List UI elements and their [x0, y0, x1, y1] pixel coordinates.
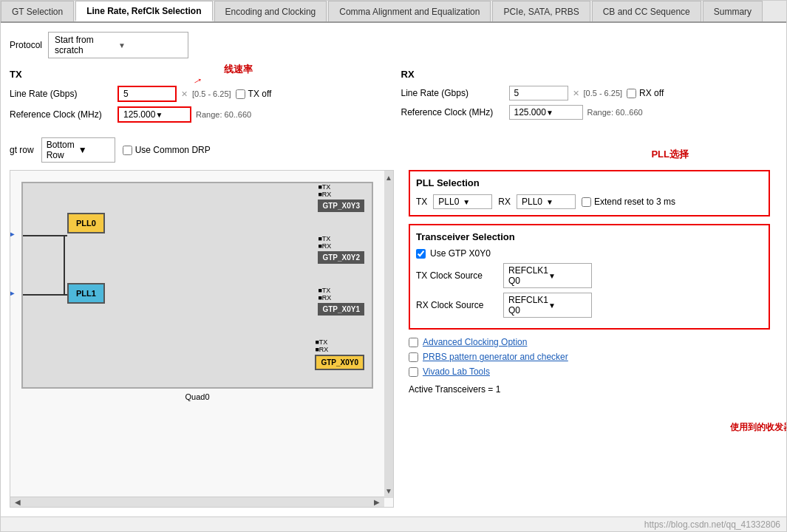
gtp-x0y0-block: GTP_X0Y0 — [315, 355, 364, 370]
tab-summary[interactable]: Summary — [703, 1, 763, 21]
use-gtp-checkbox[interactable] — [416, 249, 426, 259]
scroll-up-arrow[interactable]: ▲ — [385, 174, 392, 182]
vivado-lab-row: Vivado Lab Tools — [409, 366, 770, 377]
active-transceivers: Active Transceivers = 1 — [409, 384, 770, 395]
tab-encoding-clocking[interactable]: Encoding and Clocking — [214, 1, 327, 21]
rx-clock-source-label: RX Clock Source — [416, 300, 497, 310]
gtp-x0y2-group: ■TX ■RX GTP_X0Y2 — [318, 235, 364, 264]
protocol-select[interactable]: Start from scratch ▼ — [48, 32, 188, 58]
diagram-scroll-v[interactable]: ▲ ▼ — [384, 171, 393, 498]
rx-line-rate-range: [0.5 - 6.25] — [584, 89, 623, 98]
diagram-section: ▲ ▼ REFCLK1_Q0 ▶ REFCLK0_ — [10, 170, 777, 508]
advanced-clocking-label[interactable]: Advanced Clocking Option — [423, 337, 527, 347]
protocol-label: Protocol — [10, 40, 42, 50]
vivado-lab-label[interactable]: Vivado Lab Tools — [423, 366, 490, 377]
gtp-x0y1-block: GTP_X0Y1 — [318, 303, 364, 316]
tab-comma-alignment[interactable]: Comma Alignment and Equalization — [328, 1, 491, 21]
use-gtp-row: Use GTP X0Y0 — [416, 248, 763, 259]
gt-row: gt row Bottom Row ▼ Use Common DRP — [10, 137, 777, 163]
rx-off-checkbox[interactable] — [627, 89, 636, 98]
rx-clock-source-row: RX Clock Source REFCLK1 Q0 ▼ — [416, 293, 763, 318]
tx-ref-clock-range: Range: 60..660 — [196, 110, 251, 119]
tx-ref-clock-row: Reference Clock (MHz) 125.000 ▼ Range: 6… — [10, 106, 386, 123]
tx-ref-clock-select[interactable]: 125.000 ▼ — [117, 106, 191, 123]
transceiver-title: Transceiver Selection — [416, 231, 763, 242]
rx-line-rate-input[interactable] — [509, 86, 568, 100]
protocol-row: Protocol Start from scratch ▼ — [10, 32, 777, 58]
tx-line-rate-clear[interactable]: ✕ — [181, 89, 188, 99]
rx-section: RX Line Rate (Gbps) ✕ [0.5 - 6.25] RX of… — [401, 69, 778, 127]
protocol-dropdown-arrow: ▼ — [118, 41, 182, 50]
prbs-label[interactable]: PRBS pattern generator and checker — [423, 352, 568, 362]
tx-clock-source-value: REFCLK1 Q0 — [508, 265, 548, 286]
gtp-x0y3-group: ■TX ■RX GTP_X0Y3 — [318, 183, 364, 212]
extend-reset-label[interactable]: Extend reset to 3 ms — [582, 197, 675, 207]
advanced-clocking-checkbox[interactable] — [409, 338, 418, 347]
tx-ref-clock-arrow: ▼ — [155, 111, 185, 119]
tx-off-checkbox-label[interactable]: TX off — [236, 89, 272, 99]
tx-line-rate-row: Line Rate (Gbps) ✕ [0.5 - 6.25] TX off — [10, 86, 386, 102]
wire-refclk0 — [23, 294, 67, 296]
use-common-drp-text: Use Common DRP — [135, 145, 211, 155]
scroll-right-arrow[interactable]: ▶ — [374, 498, 380, 506]
right-panel: PLL选择 PLL Selection TX PLL0 ▼ RX PLL0 — [401, 170, 777, 508]
scroll-down-arrow[interactable]: ▼ — [385, 487, 392, 495]
rx-ref-clock-row: Reference Clock (MHz) 125.000 ▼ Range: 6… — [401, 105, 778, 120]
advanced-clocking-row: Advanced Clocking Option — [409, 337, 770, 347]
pll-selection-title: PLL Selection — [416, 177, 763, 188]
diagram-inner: REFCLK1_Q0 ▶ REFCLK0_Q0 ▶ — [10, 171, 393, 497]
rx-ref-clock-select[interactable]: 125.000 ▼ — [509, 105, 583, 120]
use-gtp-label: Use GTP X0Y0 — [430, 248, 491, 259]
rx-off-checkbox-label[interactable]: RX off — [627, 88, 664, 98]
wire-refclk1 — [23, 235, 67, 236]
rx-ref-clock-range: Range: 60..660 — [587, 108, 643, 117]
tx-off-checkbox[interactable] — [236, 89, 245, 99]
use-common-drp-label[interactable]: Use Common DRP — [123, 145, 211, 155]
rx-line-rate-clear[interactable]: ✕ — [573, 89, 579, 98]
refclk0-row: REFCLK0_Q0 ▶ — [10, 287, 15, 299]
pll-tx-label: TX — [416, 197, 427, 207]
tab-line-rate[interactable]: Line Rate, RefClk Selection — [75, 1, 212, 21]
refclk1-row: REFCLK1_Q0 ▶ — [10, 228, 15, 239]
pll-rx-select[interactable]: PLL0 ▼ — [517, 194, 576, 209]
gt-row-arrow: ▼ — [78, 145, 110, 155]
bottom-bar: https://blog.csdn.net/qq_41332806 — [1, 516, 786, 531]
tx-line-rate-input[interactable] — [117, 86, 177, 102]
diagram-container: ▲ ▼ REFCLK1_Q0 ▶ REFCLK0_ — [10, 170, 394, 508]
quad-label: Quad0 — [18, 392, 377, 401]
quad-box: REFCLK1_Q0 ▶ REFCLK0_Q0 ▶ — [21, 182, 373, 389]
transceiver-selection-box: Transceiver Selection Use GTP X0Y0 TX Cl… — [409, 224, 770, 330]
tab-pcie-sata[interactable]: PCIe, SATA, PRBS — [492, 1, 590, 21]
extend-reset-text: Extend reset to 3 ms — [594, 197, 675, 207]
gtp-x0y2-block: GTP_X0Y2 — [318, 251, 364, 264]
gt-row-value: Bottom Row — [47, 140, 78, 160]
rx-clock-source-select[interactable]: REFCLK1 Q0 ▼ — [503, 293, 592, 318]
prbs-row: PRBS pattern generator and checker — [409, 352, 770, 362]
pll-tx-arrow: ▼ — [463, 198, 487, 206]
tx-rx-sections: TX Line Rate (Gbps) ✕ [0.5 - 6.25] TX of… — [10, 69, 777, 127]
rx-off-label: RX off — [639, 88, 664, 98]
extend-reset-checkbox[interactable] — [582, 197, 591, 207]
gtp-x0y3-block: GTP_X0Y3 — [318, 200, 364, 212]
prbs-checkbox[interactable] — [409, 352, 418, 362]
rx-line-rate-row: Line Rate (Gbps) ✕ [0.5 - 6.25] RX off — [401, 86, 778, 100]
gt-row-label: gt row — [10, 145, 34, 155]
protocol-value: Start from scratch — [55, 35, 118, 55]
tx-off-label: TX off — [248, 89, 272, 99]
tx-clock-source-select[interactable]: REFCLK1 Q0 ▼ — [503, 263, 592, 288]
tx-line-rate-label: Line Rate (Gbps) — [10, 89, 113, 99]
wire-v-connector — [64, 235, 65, 296]
vivado-lab-checkbox[interactable] — [409, 367, 418, 377]
tab-cb-cc[interactable]: CB and CC Sequence — [592, 1, 701, 21]
diagram-hscroll[interactable]: ◀ ▶ — [10, 497, 384, 507]
rx-clock-arrow: ▼ — [548, 301, 587, 310]
scroll-left-arrow[interactable]: ◀ — [15, 498, 21, 506]
use-common-drp-checkbox[interactable] — [123, 146, 132, 155]
tab-gt-selection[interactable]: GT Selection — [1, 1, 74, 21]
pll-rx-label: RX — [498, 197, 511, 207]
pll-rx-arrow: ▼ — [546, 198, 570, 206]
tx-line-rate-range: [0.5 - 6.25] — [192, 89, 231, 98]
gt-row-select[interactable]: Bottom Row ▼ — [41, 137, 115, 163]
tx-title: TX — [10, 69, 386, 80]
pll-tx-select[interactable]: PLL0 ▼ — [433, 194, 492, 209]
